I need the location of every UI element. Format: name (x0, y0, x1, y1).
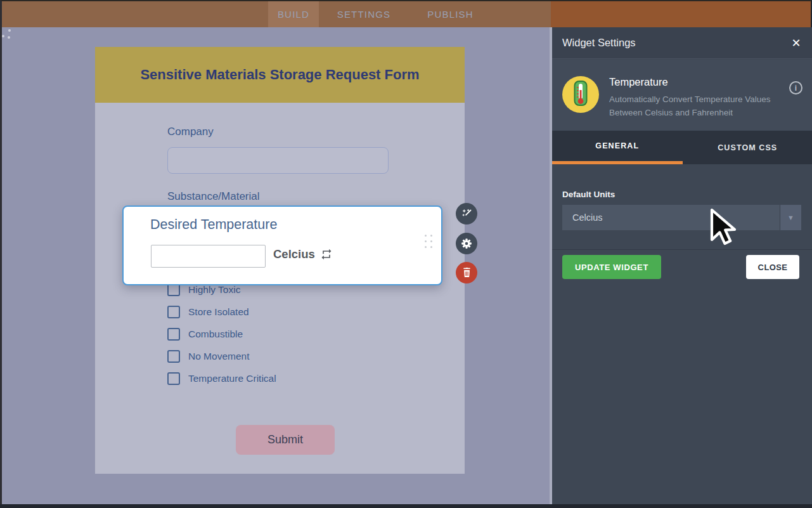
default-units-label: Default Units (562, 190, 615, 199)
tab-build-label: BUILD (278, 9, 309, 20)
tab-custom-css-label: CUSTOM CSS (718, 143, 777, 152)
temperature-value-input[interactable] (151, 245, 266, 268)
resize-handle[interactable] (2, 27, 12, 39)
widget-description: Automatically Convert Temperature Values… (609, 93, 788, 120)
delete-widget-button[interactable] (456, 262, 477, 283)
checkbox-highly-toxic[interactable] (167, 283, 180, 296)
form-title-bar: Sensitive Materials Storage Request Form (95, 47, 465, 103)
checkbox-row-temperature-critical: Temperature Critical (167, 372, 276, 386)
window-bottom-edge (0, 504, 812, 508)
tab-settings-label: SETTINGS (337, 9, 391, 20)
checkbox-store-isolated[interactable] (167, 306, 180, 318)
tab-settings[interactable]: SETTINGS (326, 1, 401, 27)
close-icon[interactable]: ✕ (789, 36, 804, 51)
checkbox-label: No Movement (188, 351, 249, 362)
close-panel-button[interactable]: CLOSE (746, 255, 799, 279)
info-icon[interactable]: i (789, 81, 802, 94)
chevron-down-icon[interactable]: ▼ (780, 205, 801, 230)
top-bar-right-segment (551, 1, 811, 27)
top-bar: BUILD SETTINGS PUBLISH (2, 1, 811, 27)
checkbox-label: Combustible (188, 329, 243, 340)
company-input[interactable] (167, 147, 389, 174)
form-canvas: Sensitive Materials Storage Request Form… (2, 27, 552, 505)
checkbox-row-store-isolated: Store Isolated (167, 305, 249, 319)
checkbox-label: Temperature Critical (188, 373, 276, 384)
checkbox-no-movement[interactable] (167, 350, 180, 363)
submit-button[interactable]: Submit (236, 425, 335, 455)
checkbox-combustible[interactable] (167, 328, 180, 341)
widget-card-title: Desired Temperature (150, 217, 277, 233)
checkbox-row-combustible: Combustible (167, 327, 243, 341)
checkbox-label: Highly Toxic (188, 284, 240, 296)
widget-card-desired-temperature[interactable]: Desired Temperature Celcius (122, 205, 442, 285)
magic-wand-button[interactable] (456, 203, 477, 225)
checkbox-row-no-movement: No Movement (167, 349, 249, 363)
tab-general[interactable]: GENERAL (552, 131, 683, 164)
widget-info-section: Temperature Automatically Convert Temper… (552, 60, 812, 131)
panel-title: Widget Settings (562, 37, 636, 49)
update-widget-button[interactable]: UPDATE WIDGET (562, 255, 661, 279)
app-window: BUILD SETTINGS PUBLISH Sensitive Materia… (0, 0, 812, 508)
form-title: Sensitive Materials Storage Request Form (140, 67, 419, 83)
convert-units-icon (320, 248, 333, 261)
unit-label: Celcius (273, 247, 315, 261)
trash-icon (462, 268, 472, 278)
widget-drag-handle[interactable] (425, 235, 432, 248)
gear-icon (461, 238, 472, 249)
panel-header: Widget Settings ✕ (552, 27, 812, 59)
default-units-dropdown[interactable]: Celcius ▼ (562, 205, 801, 230)
widget-name: Temperature (609, 76, 668, 88)
unit-row: Celcius (273, 247, 333, 261)
checkbox-label: Store Isolated (188, 306, 249, 318)
checkbox-temperature-critical[interactable] (167, 372, 180, 385)
tab-general-label: GENERAL (595, 141, 639, 150)
panel-divider (552, 249, 812, 250)
tab-publish-label: PUBLISH (427, 9, 474, 20)
widget-settings-panel: Widget Settings ✕ Temperature Automatica… (552, 27, 812, 505)
tab-publish[interactable]: PUBLISH (417, 1, 484, 27)
tab-custom-css[interactable]: CUSTOM CSS (683, 131, 812, 164)
temperature-widget-icon (562, 76, 599, 113)
magic-wand-icon (461, 209, 472, 219)
panel-tabs: GENERAL CUSTOM CSS (552, 131, 812, 164)
substance-label: Substance/Material (167, 190, 260, 203)
default-units-value: Celcius (572, 212, 780, 223)
company-label: Company (167, 126, 214, 138)
tab-build[interactable]: BUILD (268, 1, 319, 27)
widget-settings-button[interactable] (456, 233, 477, 254)
